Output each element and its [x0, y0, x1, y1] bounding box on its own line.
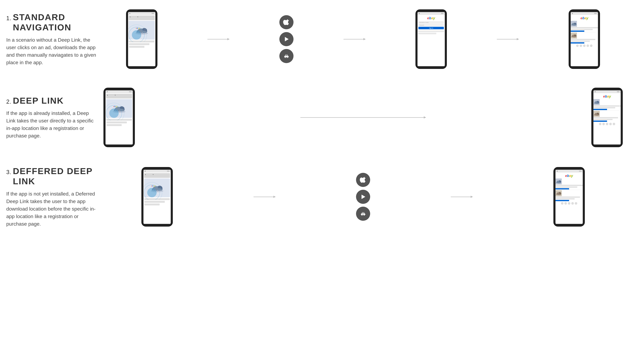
- ad-phone-1: ● ✕ ebay: [126, 9, 157, 69]
- scenario-2-desc: If the app is already installed, a Deep …: [6, 109, 97, 140]
- result-shoe-img-d2: [593, 111, 600, 117]
- apple-store-icon: [279, 15, 294, 29]
- password-placeholder: Password: [419, 24, 444, 26]
- phone-list-2: [106, 118, 133, 126]
- svg-marker-41: [361, 195, 365, 199]
- result-shoe-img-f1: [555, 179, 562, 184]
- top-dot: [129, 13, 130, 14]
- phone-list-3: [144, 197, 171, 205]
- signin-label: Sign In: [429, 27, 433, 29]
- arrow-2: [339, 39, 370, 39]
- ebay-logo-result-3: ebay: [555, 173, 583, 179]
- phone-top-bar-3: [144, 170, 171, 173]
- long-arrow-line: [300, 117, 426, 118]
- dot-1: [576, 44, 579, 47]
- top-dot-3: [145, 171, 146, 172]
- ad-phone-2: ● ✕ ebay: [104, 88, 135, 147]
- dot-4: [587, 44, 589, 47]
- menu-lines-r3: [579, 171, 582, 172]
- svg-text:b: b: [115, 106, 115, 107]
- dot-3: [583, 44, 586, 47]
- arrow-line-def-1: [254, 197, 276, 197]
- scenario-1-text: 1. STANDARD NAVIGATION In a scenario wit…: [6, 12, 104, 66]
- password-field[interactable]: Password: [418, 24, 444, 26]
- phone-screen-ad-2: ● ✕ ebay: [106, 90, 133, 145]
- login-top-bar: [418, 12, 445, 15]
- ebay-logo-result-2: ebay: [593, 93, 621, 99]
- scenario-2-title: DEEP LINK: [13, 95, 64, 106]
- play-store-icon: [279, 32, 294, 46]
- svg-point-20: [115, 110, 116, 111]
- ebay-logo-result-1: ebay: [571, 15, 598, 21]
- result-lines-d2: [593, 117, 621, 122]
- svg-text:a: a: [154, 185, 155, 187]
- dot-2: [580, 44, 582, 47]
- ad-image-area-2: ebay: [106, 99, 132, 118]
- long-arrow-container: [135, 117, 591, 118]
- ebay-logo-e: e: [427, 16, 429, 20]
- result-shoe-img-2: [571, 33, 577, 38]
- scenario-3-header: 3. DEFFERED DEEP LINK: [6, 166, 97, 186]
- result-lines-2: [571, 38, 598, 44]
- scenario-deep-link: 2. DEEP LINK If the app is already insta…: [6, 88, 623, 147]
- top-dot-r1: [572, 13, 573, 14]
- svg-rect-15: [286, 57, 286, 58]
- scenario-1-number: 1.: [6, 15, 11, 22]
- store-icons-1: [279, 15, 294, 63]
- phone-top-bar-2: [106, 90, 133, 93]
- result-shoe-img-d1: [593, 99, 600, 105]
- result-item-2: [571, 33, 598, 44]
- android-store-icon-3: [356, 207, 370, 221]
- menu-lines-2: [129, 91, 132, 92]
- svg-rect-13: [284, 56, 285, 57]
- scenario-1-desc: In a scenario without a Deep Link, the u…: [6, 36, 97, 66]
- top-dot-2: [107, 91, 108, 92]
- ad-image-area-3: ebay: [144, 179, 170, 197]
- scenario-2-header: 2. DEEP LINK: [6, 95, 97, 106]
- scenario-2-number: 2.: [6, 98, 11, 105]
- signin-button[interactable]: Sign In: [418, 27, 444, 29]
- arrow-3: [492, 39, 523, 39]
- phone-mockup-result-3: ebay: [553, 167, 585, 227]
- phone-screen-result-2: ebay: [593, 90, 621, 145]
- svg-rect-12: [285, 56, 288, 58]
- phone-mockup-ad-2: ● ✕ ebay: [104, 88, 135, 147]
- svg-rect-43: [361, 214, 361, 215]
- svg-rect-46: [363, 215, 364, 216]
- phone-top-bar-1: [128, 12, 155, 15]
- result-item-f2: [555, 190, 583, 201]
- menu-lines-r2: [617, 91, 620, 92]
- svg-text:y: y: [139, 27, 140, 29]
- ad-content-bar: ● ✕: [129, 15, 155, 18]
- scenario-2-flow: ● ✕ ebay: [104, 88, 623, 147]
- username-placeholder: Username or email: [419, 21, 444, 23]
- phone-screen-login: ebay Username or email Password Sign In: [418, 12, 445, 66]
- ad-bar-2: ● ✕: [106, 94, 132, 98]
- scenario-3-title: DEFFERED DEEP LINK: [13, 166, 97, 186]
- svg-marker-11: [285, 37, 289, 41]
- result-item-d1: [593, 99, 621, 110]
- svg-point-1: [138, 32, 139, 33]
- svg-point-3: [142, 32, 143, 33]
- arrow-line-1: [207, 39, 229, 39]
- top-dot-login: [419, 13, 420, 14]
- arrow-line-def-2: [451, 197, 473, 197]
- ad-image-area: ebay: [129, 21, 155, 40]
- result-line-medium: [571, 29, 593, 30]
- scenario-1-header: 1. STANDARD NAVIGATION: [6, 12, 97, 32]
- phone-mockup-result-1: ebay: [569, 9, 600, 69]
- play-store-icon-3: [356, 190, 370, 204]
- svg-text:b: b: [153, 185, 153, 187]
- svg-rect-42: [361, 213, 365, 216]
- svg-rect-45: [362, 215, 363, 216]
- svg-text:a: a: [138, 27, 139, 29]
- phone-screen-ad-3: ● ✕ ebay: [144, 170, 171, 224]
- svg-point-22: [119, 110, 120, 112]
- username-field[interactable]: Username or email: [418, 21, 444, 23]
- result-dots-1: [571, 44, 598, 48]
- result-lines-f2: [555, 196, 583, 201]
- result-line-medium-2: [571, 41, 590, 42]
- ebay-logo-a: a: [431, 16, 433, 20]
- result-lines-1: [571, 27, 598, 32]
- arrow-def-1: [249, 197, 280, 197]
